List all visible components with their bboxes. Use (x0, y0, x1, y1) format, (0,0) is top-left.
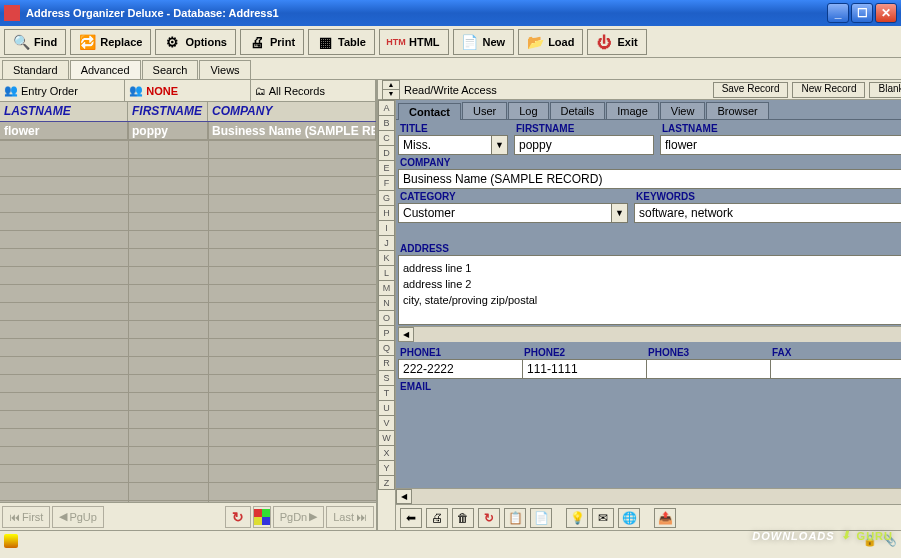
exit-button[interactable]: ⏻Exit (587, 29, 646, 55)
close-button[interactable]: ✕ (875, 3, 897, 23)
firstname-label: FIRSTNAME (514, 122, 654, 135)
refresh-button[interactable]: ↻ (225, 506, 251, 528)
refresh-icon[interactable]: ↻ (478, 508, 500, 528)
alpha-b[interactable]: B (378, 115, 395, 130)
alpha-h[interactable]: H (378, 205, 395, 220)
replace-button[interactable]: 🔁Replace (70, 29, 151, 55)
blank-button[interactable]: Blank (869, 82, 901, 98)
tab-details[interactable]: Details (550, 102, 606, 119)
firstname-input[interactable] (514, 135, 654, 155)
alpha-t[interactable]: T (378, 385, 395, 400)
alpha-y[interactable]: Y (378, 460, 395, 475)
col-lastname[interactable]: LASTNAME (0, 102, 128, 121)
tab-views[interactable]: Views (199, 60, 250, 79)
col-firstname[interactable]: FIRSTNAME (128, 102, 208, 121)
bottom-icon-toolbar: ⬅ 🖨 🗑 ↻ 📋 📄 💡 ✉ 🌐 📤 (396, 504, 901, 530)
back-icon[interactable]: ⬅ (400, 508, 422, 528)
trash-icon[interactable]: 🗑 (452, 508, 474, 528)
alpha-g[interactable]: G (378, 190, 395, 205)
tab-browser[interactable]: Browser (706, 102, 768, 119)
load-icon: 📂 (527, 34, 543, 50)
alpha-z[interactable]: Z (378, 475, 395, 490)
alpha-m[interactable]: M (378, 280, 395, 295)
scroll-down-icon[interactable]: ▼ (382, 90, 400, 100)
alpha-q[interactable]: Q (378, 340, 395, 355)
phone3-label: PHONE3 (646, 346, 764, 359)
tab-log[interactable]: Log (508, 102, 548, 119)
print-icon[interactable]: 🖨 (426, 508, 448, 528)
alpha-j[interactable]: J (378, 235, 395, 250)
html-icon: HTM (388, 34, 404, 50)
phone2-label: PHONE2 (522, 346, 640, 359)
address-hscroll[interactable]: ◀ ▶ (398, 326, 901, 342)
scroll-up-icon[interactable]: ▲ (382, 80, 400, 90)
lastname-input[interactable] (660, 135, 901, 155)
alpha-o[interactable]: O (378, 310, 395, 325)
tab-advanced[interactable]: Advanced (70, 60, 141, 79)
scroll-left-icon[interactable]: ◀ (396, 489, 412, 504)
last-button[interactable]: Last⏭ (326, 506, 374, 528)
maximize-button[interactable]: ☐ (851, 3, 873, 23)
tab-user[interactable]: User (462, 102, 507, 119)
color-grid-button[interactable] (253, 506, 271, 528)
paste-icon[interactable]: 📄 (530, 508, 552, 528)
chevron-down-icon: ▼ (611, 204, 627, 222)
alpha-r[interactable]: R (378, 355, 395, 370)
alpha-k[interactable]: K (378, 250, 395, 265)
save-record-button[interactable]: Save Record (713, 82, 789, 98)
alpha-d[interactable]: D (378, 145, 395, 160)
form-hscroll[interactable]: ◀ ▶ (396, 488, 901, 504)
alpha-w[interactable]: W (378, 430, 395, 445)
all-records-cell[interactable]: 🗂All Records (251, 80, 376, 101)
title-select[interactable]: Miss.▼ (398, 135, 508, 155)
alpha-x[interactable]: X (378, 445, 395, 460)
address-textarea[interactable]: address line 1 address line 2 city, stat… (398, 255, 901, 325)
company-input[interactable] (398, 169, 901, 189)
status-icon (4, 534, 18, 548)
print-button[interactable]: 🖨Print (240, 29, 304, 55)
app-icon (4, 5, 20, 21)
alpha-i[interactable]: I (378, 220, 395, 235)
table-button[interactable]: ▦Table (308, 29, 375, 55)
alpha-p[interactable]: P (378, 325, 395, 340)
col-company[interactable]: COMPANY (208, 102, 376, 121)
category-select[interactable]: Customer▼ (398, 203, 628, 223)
filter-bar: 👥Entry Order 👥NONE 🗂All Records (0, 80, 376, 102)
tab-search[interactable]: Search (142, 60, 199, 79)
alpha-f[interactable]: F (378, 175, 395, 190)
nav-footer: ⏮First ◀PgUp ↻ PgDn▶ Last⏭ (0, 502, 376, 530)
copy-icon[interactable]: 📋 (504, 508, 526, 528)
alpha-e[interactable]: E (378, 160, 395, 175)
find-button[interactable]: 🔍Find (4, 29, 66, 55)
pgup-button[interactable]: ◀PgUp (52, 506, 104, 528)
tab-view[interactable]: View (660, 102, 706, 119)
export-icon[interactable]: 📤 (654, 508, 676, 528)
tab-contact[interactable]: Contact (398, 103, 461, 120)
globe-icon[interactable]: 🌐 (618, 508, 640, 528)
minimize-button[interactable]: _ (827, 3, 849, 23)
grid-body[interactable]: flower poppy Business Name (SAMPLE RECOR… (0, 122, 376, 502)
alpha-c[interactable]: C (378, 130, 395, 145)
mail-icon[interactable]: ✉ (592, 508, 614, 528)
new-button[interactable]: 📄New (453, 29, 515, 55)
alpha-u[interactable]: U (378, 400, 395, 415)
pgdn-button[interactable]: PgDn▶ (273, 506, 325, 528)
alpha-v[interactable]: V (378, 415, 395, 430)
tab-image[interactable]: Image (606, 102, 659, 119)
alpha-a[interactable]: A (378, 100, 395, 115)
tab-standard[interactable]: Standard (2, 60, 69, 79)
options-button[interactable]: ⚙Options (155, 29, 236, 55)
fax-input[interactable] (770, 359, 901, 379)
bulb-icon[interactable]: 💡 (566, 508, 588, 528)
alpha-l[interactable]: L (378, 265, 395, 280)
alpha-s[interactable]: S (378, 370, 395, 385)
load-button[interactable]: 📂Load (518, 29, 583, 55)
filter-none-cell[interactable]: 👥NONE (125, 80, 250, 101)
new-record-button[interactable]: New Record (792, 82, 865, 98)
html-button[interactable]: HTMHTML (379, 29, 449, 55)
keywords-input[interactable] (634, 203, 901, 223)
first-button[interactable]: ⏮First (2, 506, 50, 528)
entry-order-cell[interactable]: 👥Entry Order (0, 80, 125, 101)
scroll-left-icon[interactable]: ◀ (398, 327, 414, 342)
alpha-n[interactable]: N (378, 295, 395, 310)
